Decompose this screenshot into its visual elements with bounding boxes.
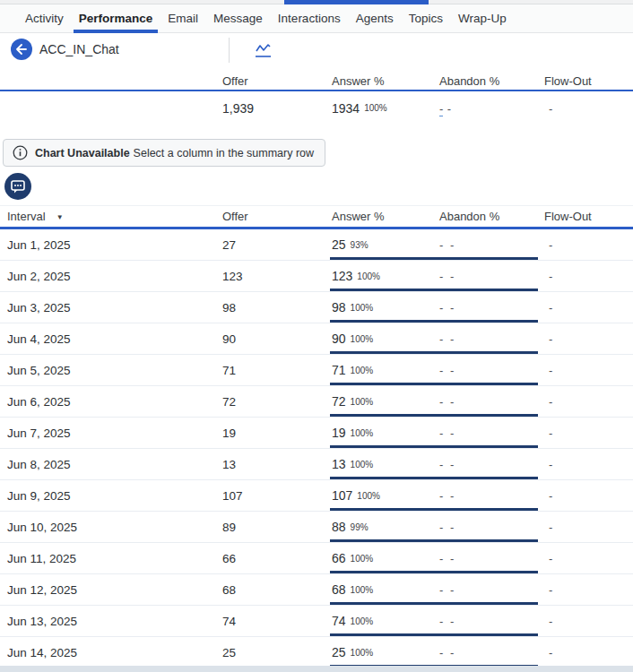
table-row: Jun 3, 2025 98 98100% - - - bbox=[0, 292, 633, 323]
interval-cell: Jun 1, 2025 bbox=[7, 238, 222, 252]
table-row: Jun 14, 2025 25 25100% - - - bbox=[0, 637, 633, 668]
summary-col-offer[interactable]: Offer bbox=[222, 74, 332, 88]
tab-agents[interactable]: Agents bbox=[356, 4, 394, 33]
offer-cell: 25 bbox=[222, 646, 332, 659]
answer-pct: 100% bbox=[351, 366, 374, 375]
abandon-cell: - - bbox=[439, 521, 544, 534]
flowout-cell: - bbox=[544, 615, 633, 628]
answer-value: 98 bbox=[332, 300, 346, 314]
summary-row: 1,939 1934100% - - - bbox=[0, 91, 633, 125]
summary-answer-value: 1934 bbox=[332, 101, 360, 116]
tab-performance[interactable]: Performance bbox=[79, 4, 153, 33]
interval-cell: Jun 11, 2025 bbox=[7, 552, 222, 565]
tab-message[interactable]: Message bbox=[213, 4, 263, 33]
answer-cell[interactable]: 8899% bbox=[332, 512, 439, 542]
tab-wrap-up[interactable]: Wrap-Up bbox=[458, 4, 507, 33]
interval-cell: Jun 13, 2025 bbox=[7, 615, 222, 628]
answer-value: 25 bbox=[332, 645, 346, 659]
summary-offer-value[interactable]: 1,939 bbox=[222, 101, 332, 116]
tab-activity[interactable]: Activity bbox=[25, 4, 64, 33]
summary-flowout-value[interactable]: - bbox=[544, 102, 633, 116]
offer-cell: 89 bbox=[222, 521, 332, 534]
answer-value: 72 bbox=[332, 394, 346, 409]
answer-cell[interactable]: 107100% bbox=[332, 480, 439, 511]
answer-value: 107 bbox=[332, 488, 352, 503]
chart-unavailable-notice: Chart Unavailable Select a column in the… bbox=[3, 139, 325, 167]
tab-topics[interactable]: Topics bbox=[409, 4, 443, 33]
offer-cell: 19 bbox=[222, 426, 332, 440]
answer-cell[interactable]: 13100% bbox=[332, 449, 439, 479]
notice-title: Chart Unavailable bbox=[35, 147, 130, 159]
performance-page: ActivityPerformanceEmailMessageInteracti… bbox=[0, 0, 633, 672]
summary-answer-cell[interactable]: 1934100% bbox=[332, 100, 439, 116]
arrow-left-icon bbox=[15, 44, 28, 55]
answer-cell[interactable]: 25100% bbox=[332, 637, 439, 668]
answer-value: 88 bbox=[332, 520, 346, 534]
answer-cell[interactable]: 71100% bbox=[332, 355, 439, 385]
filter-caret-icon[interactable]: ▼ bbox=[56, 213, 64, 221]
answer-cell[interactable]: 74100% bbox=[332, 606, 439, 636]
abandon-cell: - - bbox=[439, 615, 544, 628]
answer-cell[interactable]: 123100% bbox=[332, 261, 439, 291]
summary-abandon-dash-tooltip[interactable]: - bbox=[439, 102, 443, 116]
abandon-cell: - - bbox=[439, 238, 544, 252]
answer-cell[interactable]: 68100% bbox=[332, 574, 439, 605]
answer-bar bbox=[330, 289, 538, 291]
table-header: Interval▼ Offer Answer % Abandon % Flow-… bbox=[0, 206, 633, 227]
interval-cell: Jun 12, 2025 bbox=[7, 583, 222, 597]
answer-pct: 100% bbox=[351, 428, 374, 438]
flowout-cell: - bbox=[544, 583, 633, 597]
answer-cell[interactable]: 90100% bbox=[332, 323, 439, 354]
answer-pct: 100% bbox=[351, 554, 374, 564]
answer-pct: 100% bbox=[351, 648, 374, 658]
interval-table: Interval▼ Offer Answer % Abandon % Flow-… bbox=[0, 205, 633, 668]
summary-abandon-dash: - bbox=[447, 102, 451, 116]
col-flowout[interactable]: Flow-Out bbox=[544, 210, 633, 223]
back-button[interactable] bbox=[11, 39, 32, 60]
flowout-cell: - bbox=[544, 270, 633, 283]
table-row: Jun 4, 2025 90 90100% - - - bbox=[0, 323, 633, 355]
answer-cell[interactable]: 2593% bbox=[332, 229, 439, 260]
col-abandon[interactable]: Abandon % bbox=[439, 210, 544, 223]
summary-col-flowout[interactable]: Flow-Out bbox=[544, 74, 633, 88]
answer-pct: 100% bbox=[351, 334, 374, 344]
answer-cell[interactable]: 66100% bbox=[332, 543, 439, 573]
interval-cell: Jun 10, 2025 bbox=[7, 521, 222, 534]
offer-cell: 72 bbox=[222, 395, 332, 409]
tab-email[interactable]: Email bbox=[168, 4, 198, 33]
summary-col-answer[interactable]: Answer % bbox=[332, 74, 439, 88]
answer-pct: 100% bbox=[351, 303, 374, 313]
summary-col-abandon[interactable]: Abandon % bbox=[439, 74, 544, 88]
answer-value: 25 bbox=[332, 237, 346, 252]
tab-interactions[interactable]: Interactions bbox=[278, 4, 341, 33]
answer-cell[interactable]: 98100% bbox=[332, 292, 439, 323]
answer-pct: 100% bbox=[357, 271, 380, 281]
chart-toggle-button[interactable] bbox=[252, 40, 273, 60]
summary-answer-pct: 100% bbox=[364, 103, 387, 113]
bottom-scroll-strip[interactable] bbox=[0, 666, 633, 672]
abandon-cell: - - bbox=[439, 270, 544, 283]
answer-cell[interactable]: 19100% bbox=[332, 418, 439, 448]
flowout-cell: - bbox=[544, 426, 633, 440]
col-offer[interactable]: Offer bbox=[222, 210, 332, 223]
answer-bar bbox=[330, 445, 538, 448]
abandon-cell: - - bbox=[439, 332, 544, 346]
table-row: Jun 5, 2025 71 71100% - - - bbox=[0, 355, 633, 386]
col-interval[interactable]: Interval▼ bbox=[7, 210, 222, 223]
answer-bar bbox=[330, 351, 538, 354]
summary-abandon-cell[interactable]: - - bbox=[439, 100, 544, 116]
flowout-cell: - bbox=[544, 238, 633, 252]
abandon-cell: - - bbox=[439, 646, 544, 659]
answer-cell[interactable]: 72100% bbox=[332, 386, 439, 417]
chat-media-button[interactable] bbox=[4, 173, 31, 200]
offer-cell: 90 bbox=[222, 332, 332, 346]
col-answer[interactable]: Answer % bbox=[332, 210, 439, 223]
offer-cell: 66 bbox=[222, 552, 332, 565]
abandon-cell: - - bbox=[439, 364, 544, 377]
flowout-cell: - bbox=[544, 395, 633, 409]
table-row: Jun 1, 2025 27 2593% - - - bbox=[0, 229, 633, 261]
table-row: Jun 6, 2025 72 72100% - - - bbox=[0, 386, 633, 418]
answer-bar bbox=[330, 414, 538, 417]
queue-name: ACC_IN_Chat bbox=[39, 42, 119, 56]
interval-cell: Jun 2, 2025 bbox=[7, 270, 222, 283]
